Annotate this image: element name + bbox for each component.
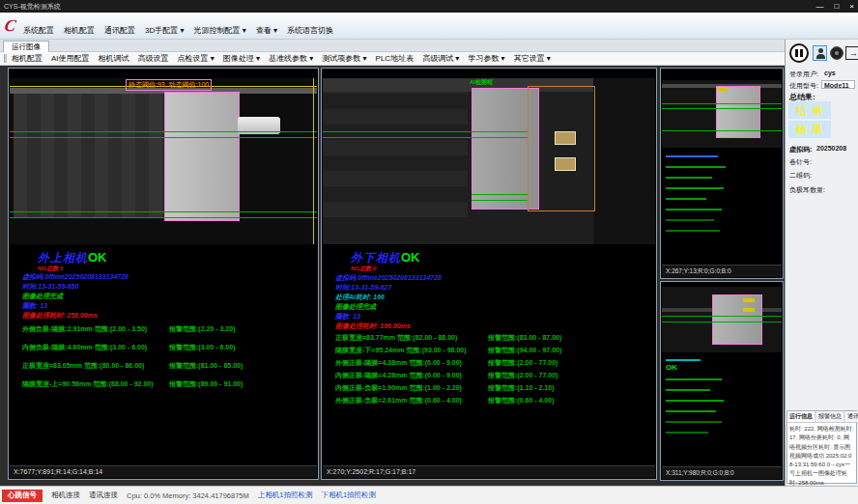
toolbar-item[interactable]: PLC地址表 [376,53,415,64]
measure-line [662,103,782,104]
user-icon-button[interactable] [813,45,827,61]
log-text[interactable]: 耗时: 222, 网络检测耗时: 17, 网络分类耗时: 0, 网络视频分区耗时… [787,423,856,490]
toolbar-item[interactable]: 高级调试 ▾ [422,53,459,64]
toolbar-item[interactable]: 图像处理 ▾ [223,53,260,64]
pixel-coords-mini-bottom: X:311;Y:980;R:0;G:0;B:0 [662,466,782,479]
menu-item[interactable]: 通讯配置 [104,25,135,36]
lower-camera-status: 下相机1拍照检测 [321,490,376,500]
pause-button[interactable] [789,43,809,63]
measurement-row: 隔膜宽度-上=90.56mm 范围:(88.00 - 92.00) 报警范围:(… [22,380,314,388]
measurement-row: 外侧负极-隔膜:2.91mm 范围:(2.00 - 3.50) 报警范围:(2.… [22,325,314,333]
measurement-row: 隔膜宽度-下=95.24mm 范围:(93.00 - 98.00) 报警范围:(… [335,347,652,354]
menu-item[interactable]: 系统语言切换 [287,25,333,36]
needle-number-label: 卷针号: [789,157,812,167]
menu-item[interactable]: 光源控制配置 ▾ [193,25,245,36]
toolbar-item[interactable]: AI使用配置 [51,53,90,64]
measurement-value: 正极宽度=83.77mm 范围:(82.00 - 88.00) [335,334,488,342]
exit-button[interactable]: → [845,46,858,60]
alarm-range: 报警范围:(0.60 - 4.00) [488,397,554,405]
toolbar-item[interactable]: 相机配置 [12,53,43,64]
toolbar-item[interactable]: 基准线参数 ▾ [269,53,313,64]
window-title: CYS-视觉检测系统 [4,3,61,10]
window-controls: — □ × [815,0,854,13]
measurement-value: 隔膜宽度-下=95.24mm 范围:(93.00 - 98.00) [335,347,488,354]
measurement-value: 隔膜宽度-上=90.56mm 范围:(88.00 - 92.00) [22,380,169,388]
exit-arrow-icon: → [849,48,858,58]
statusbar: 心跳信号 相机连接 通讯连接 Cpu: 0.0% Memory: 3424.41… [0,486,858,504]
window-titlebar: CYS-视觉检测系统 — □ × [0,0,858,13]
measurement-value: 外侧正极-负极=2.61mm 范围:(0.60 - 4.00) [335,397,488,405]
process-elapsed: 图像处理耗时: 166.00ms [335,322,411,331]
minimize-icon[interactable]: — [815,0,823,13]
app-logo-icon: C [3,16,17,36]
cell-object [164,92,240,221]
menu-item[interactable]: 查看 ▾ [256,25,277,36]
measurement-value: 内侧负极-隔膜:4.60mm 范围:(3.00 - 6.00) [22,344,169,351]
maximize-icon[interactable]: □ [834,0,839,13]
camera-view-lower[interactable]: AI检测框 [323,78,655,244]
alarm-range: 报警范围:(94.00 - 97.00) [488,347,561,354]
measurement-row: 内侧负极-隔膜:4.60mm 范围:(3.00 - 6.00) 报警范围:(3.… [22,344,314,351]
measurement-row: 内侧正极-隔膜=4.28mm 范围:(0.00 - 9.00) 报警范围:(2.… [335,372,652,379]
measurement-row: 内侧正极-负极=1.90mm 范围:(1.00 - 2.20) 报警范围:(1.… [335,384,652,392]
measure-line [10,217,317,218]
unreadable-text-line [666,410,716,412]
measure-line [662,108,782,109]
login-user-value: cys [824,70,836,76]
capture-time: 时间:13-31-59-627 [335,283,391,293]
menu-item[interactable]: 相机配置 [64,25,95,36]
qr-code-label: 二维码: [789,171,812,181]
toolbar-item[interactable]: 其它设置 ▾ [514,53,551,64]
toolbar-item[interactable]: 测试项参数 ▾ [322,53,366,64]
close-icon[interactable]: × [849,0,854,13]
overlay-tick [743,298,755,302]
menubar: C 系统配置相机配置通讯配置3D手配置 ▾光源控制配置 ▾查看 ▾系统语言切换 [0,13,858,40]
ng-count: NG总数:0 [351,265,376,273]
mini-result-ok: OK [666,363,677,372]
camera-view-upper[interactable]: 静态阈值:93, 动态阈值:100 [10,78,317,244]
virtual-code-label: 虚拟码: [789,145,812,154]
camera-lens-button[interactable] [830,46,844,60]
measurement-value: 内侧正极-负极=1.90mm 范围:(1.00 - 2.20) [335,384,488,392]
menu-item[interactable]: 3D手配置 ▾ [145,25,184,36]
process-done: 图像处理完成 [335,302,376,312]
ai-box-label: AI检测框 [470,78,493,87]
measurement-row: 外侧正极-隔膜=4.38mm 范围:(0.00 - 9.00) 报警范围:(2.… [335,359,652,367]
menu-item[interactable]: 系统配置 [23,25,54,36]
mini-camera-panel-top: X:267;Y:13;R:0;G:0;B:0 [660,68,784,279]
result-box-1: 结 果 [788,101,831,119]
camera-panel-upper: 静态阈值:93, 动态阈值:100 外上相机OK NG总数:1 虚拟码:0ffl… [8,68,319,480]
mini-camera-view-bottom[interactable] [662,287,782,352]
ai-detect-box [528,86,595,211]
measure-line [10,131,317,132]
log-tab-comm[interactable]: 通讯信息 [845,411,858,422]
toolbar-item[interactable]: 高级设置 [138,53,169,64]
unreadable-text-line [666,359,701,361]
alarm-range: 报警范围:(1.10 - 2.10) [488,384,554,392]
threshold-label: 静态阈值:93, 动态阈值:100 [126,79,212,91]
model-label: 使用型号: [789,81,818,91]
measure-line [323,131,528,132]
turn-count: 圈数: 13 [335,312,360,322]
overlay-tick [743,308,755,312]
measure-line [662,322,782,322]
tab-strip: 运行图像 [0,40,785,52]
measure-line [662,130,782,131]
edge-yellow-line [313,78,314,244]
mini-camera-view-top[interactable] [662,80,782,148]
camera-link-status: 相机连接 [51,490,80,500]
toolbar-item[interactable]: 点检设置 ▾ [178,53,214,64]
user-icon [818,48,823,53]
ai-elapsed: 处理AI耗时: 166 [335,293,385,302]
result-ok-badge: OK [88,250,107,265]
model-field[interactable]: Mode11 [821,80,855,89]
measure-line [472,194,528,195]
pixel-coords-upper: X:7677;Y:891;R:14;G:14;B:14 [10,465,317,478]
measurement-row: 外侧正极-负极=2.61mm 范围:(0.60 - 4.00) 报警范围:(0.… [335,397,652,405]
camera-name: 外上相机 [38,251,88,265]
toolbar-item[interactable]: 相机调试 [99,53,129,64]
tab-count-label: 负极耳数量: [789,185,825,195]
log-tab-run[interactable]: 运行信息 [787,411,815,422]
log-tab-alarm[interactable]: 报警信息 [816,411,844,422]
toolbar-item[interactable]: 学习参数 ▾ [468,53,504,64]
